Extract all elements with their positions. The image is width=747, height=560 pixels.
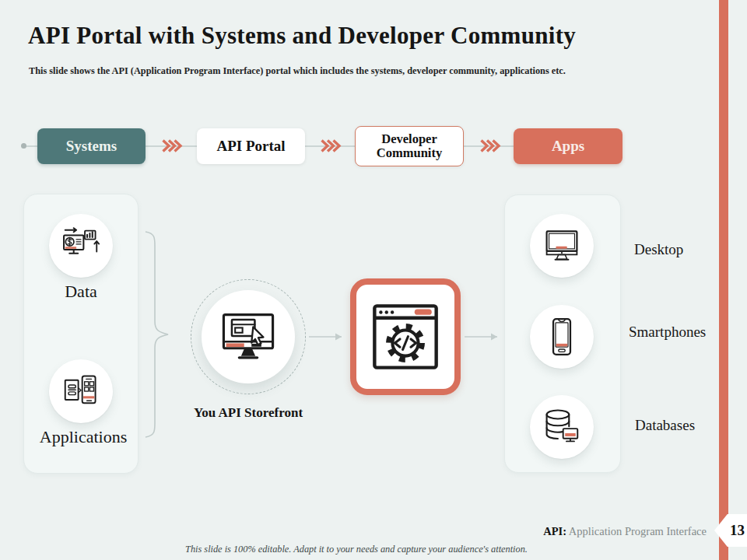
storefront-icon-circle [202,290,295,383]
applications-label: Applications [21,427,146,447]
flow-step-label: Developer Community [366,132,452,161]
smartphones-label: Smartphones [629,324,706,341]
brace-connector [142,230,172,439]
flow-step-label: API Portal [216,138,285,155]
triple-chevron-right-icon [319,138,342,153]
api-definition: API: Application Program Interface [543,525,707,538]
storefront-label: You API Storefront [185,405,311,421]
smartphone-icon [541,316,583,358]
monitor-cursor-icon [217,310,279,363]
smartphone-icon-circle [530,305,594,369]
database-icon-circle [530,395,594,459]
api-definition-term: API: [543,525,566,537]
triple-chevron-right-icon [160,138,184,153]
data-label: Data [19,282,143,302]
page-subtitle: This slide shows the API (Application Pr… [29,65,620,77]
flow-step-apps: Apps [514,128,622,164]
page-title: API Portal with Systems and Developer Co… [28,22,705,50]
desktop-label: Desktop [634,241,683,258]
footnote: This slide is 100% editable. Adapt it to… [0,544,713,555]
data-icon-circle [49,214,113,278]
databases-label: Databases [635,417,695,434]
api-portal-highlight-box [350,278,461,395]
arrow-right-icon [465,331,505,342]
desktop-icon-circle [530,214,594,278]
arrow-right-icon [309,331,349,342]
desktop-computer-icon [541,225,583,267]
browser-gear-code-icon [369,300,442,373]
flow-step-api-portal: API Portal [197,128,305,164]
triple-chevron-right-icon [479,138,502,153]
flow-line-start-dot [21,143,26,149]
accent-bar [719,0,728,560]
database-monitor-icon [541,406,583,448]
page-number: 13 [730,522,745,539]
flow-step-label: Apps [552,138,584,155]
api-definition-text: Application Program Interface [566,525,707,537]
flow-step-systems: Systems [37,128,146,164]
flow-step-label: Systems [66,138,117,155]
applications-icon-circle [49,359,113,423]
document-smartphone-apps-icon [60,370,102,412]
data-analytics-monitor-icon [60,225,102,267]
flow-step-developer-community: Developer Community [355,126,464,166]
